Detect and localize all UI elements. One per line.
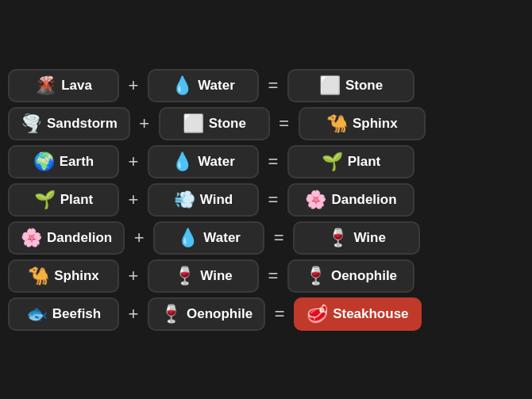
result-pill[interactable]: 🐪 Sphinx [299,107,426,140]
equals-operator: = [276,113,292,134]
ingredient-emoji: 🌱 [34,191,56,209]
result-emoji: 🌸 [305,191,326,209]
plus-operator: + [137,113,152,134]
plus-operator: + [125,152,141,172]
ingredient-emoji: 🍷 [160,305,182,323]
ingredient-emoji: 💧 [177,229,199,247]
result-label: Oenophile [331,268,397,284]
ingredient-label: Sandstorm [47,116,118,132]
ingredient-emoji: 💧 [172,153,193,171]
result-label: Wine [353,230,385,246]
plus-operator: + [131,228,147,248]
ingredient-label: Wine [200,268,232,284]
ingredient-emoji: 🐟 [26,305,48,323]
ingredient-pill-2[interactable]: 🍷 Wine [148,259,259,293]
ingredient-emoji: ⬜ [183,115,204,132]
recipe-row: 🌍 Earth + 💧 Water = 🌱 Plant [8,145,524,178]
ingredient-label: Lava [61,78,92,94]
ingredient-label: Water [198,78,235,94]
ingredient-pill-1[interactable]: 🌸 Dandelion [8,221,125,255]
plus-operator: + [125,75,141,96]
ingredient-emoji: 🌸 [21,229,42,247]
recipe-row: 🐪 Sphinx + 🍷 Wine = 🍷 Oenophile [8,259,524,293]
plus-operator: + [125,266,141,286]
ingredient-label: Earth [60,154,94,170]
result-pill[interactable]: 🥩 Steakhouse [294,297,421,331]
ingredient-emoji: 🌍 [33,153,55,171]
ingredient-label: Water [203,230,241,246]
result-pill[interactable]: 🌸 Dandelion [287,183,414,217]
recipe-row: 🌋 Lava + 💧 Water = ⬜ Stone [8,69,524,102]
result-emoji: 🍷 [305,267,326,285]
result-emoji: 🍷 [327,229,349,247]
ingredient-pill-1[interactable]: 🐟 Beefish [8,297,119,331]
ingredient-pill-1[interactable]: 🐪 Sphinx [8,259,119,293]
ingredient-label: Water [198,154,235,170]
ingredient-pill-2[interactable]: ⬜ Stone [159,107,270,140]
result-label: Stone [345,78,383,94]
recipe-row: 🐟 Beefish + 🍷 Oenophile = 🥩 Steakhouse [8,297,524,331]
result-label: Sphinx [353,116,398,132]
equals-operator: = [265,152,281,172]
ingredient-emoji: 🌪️ [21,115,42,132]
ingredient-pill-2[interactable]: 💧 Water [153,221,264,255]
result-label: Steakhouse [333,306,408,322]
equals-operator: = [265,190,281,210]
ingredient-pill-1[interactable]: 🌱 Plant [8,183,119,217]
ingredient-emoji: 🐪 [28,267,49,285]
ingredient-label: Dandelion [47,230,112,246]
equals-operator: = [271,228,287,248]
ingredient-emoji: 💧 [172,77,193,94]
ingredient-pill-1[interactable]: 🌋 Lava [8,69,119,102]
ingredient-emoji: 🍷 [174,267,195,285]
result-label: Plant [348,154,381,170]
ingredient-label: Oenophile [187,306,253,322]
result-emoji: 🌱 [322,153,343,171]
plus-operator: + [125,190,141,210]
plus-operator: + [125,304,141,324]
result-emoji: 🐪 [326,115,348,132]
ingredient-emoji: 💨 [174,191,195,209]
recipe-row: 🌱 Plant + 💨 Wind = 🌸 Dandelion [8,183,524,217]
ingredient-pill-2[interactable]: 💧 Water [148,145,259,178]
ingredient-pill-1[interactable]: 🌪️ Sandstorm [8,107,130,140]
result-pill[interactable]: 🍷 Oenophile [287,259,414,293]
result-pill[interactable]: ⬜ Stone [287,69,414,102]
result-emoji: ⬜ [319,77,341,94]
recipe-row: 🌪️ Sandstorm + ⬜ Stone = 🐪 Sphinx [8,107,524,140]
ingredient-pill-1[interactable]: 🌍 Earth [8,145,119,178]
ingredient-label: Wind [200,192,233,208]
ingredient-label: Beefish [52,306,101,322]
result-label: Dandelion [331,192,396,208]
ingredient-emoji: 🌋 [35,77,56,94]
ingredient-label: Plant [60,192,94,208]
equals-operator: = [265,266,281,286]
ingredient-pill-2[interactable]: 💧 Water [148,69,259,102]
ingredient-label: Stone [209,116,246,132]
equals-operator: = [272,304,287,324]
ingredient-label: Sphinx [54,268,99,284]
ingredient-pill-2[interactable]: 💨 Wind [148,183,259,217]
result-emoji: 🥩 [306,305,328,323]
result-pill[interactable]: 🌱 Plant [287,145,414,178]
recipe-row: 🌸 Dandelion + 💧 Water = 🍷 Wine [8,221,524,255]
equals-operator: = [265,75,281,96]
ingredient-pill-2[interactable]: 🍷 Oenophile [148,297,265,331]
result-pill[interactable]: 🍷 Wine [293,221,420,255]
recipes-container: 🌋 Lava + 💧 Water = ⬜ Stone 🌪️ Sandstorm … [8,69,524,331]
